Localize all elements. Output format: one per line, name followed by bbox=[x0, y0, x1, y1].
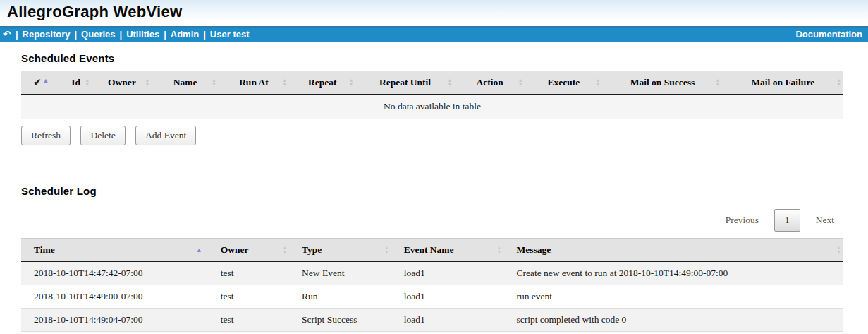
pagination-next[interactable]: Next bbox=[807, 210, 843, 231]
sort-both-icon: ▲▼ bbox=[836, 246, 841, 254]
log-header-row: Time ▲ Owner▲▼ Type▲▼ Event Name▲▼ Messa… bbox=[21, 239, 843, 262]
nav-item-utilities[interactable]: Utilities bbox=[126, 28, 159, 42]
events-col-mail-on-failure[interactable]: Mail on Failure▲▼ bbox=[723, 71, 843, 95]
scheduler-log-table: Time ▲ Owner▲▼ Type▲▼ Event Name▲▼ Messa… bbox=[21, 238, 843, 332]
nav-separator: | bbox=[16, 28, 18, 42]
nav-left: ↶ | Repository | Queries | Utilities | A… bbox=[3, 28, 250, 42]
sort-both-icon: ▲▼ bbox=[595, 78, 600, 87]
log-cell-time: 2018-10-10T14:49:00-07:00 bbox=[21, 285, 208, 309]
masthead: AllegroGraph WebView bbox=[0, 0, 868, 26]
sort-both-icon: ▲▼ bbox=[145, 78, 149, 87]
log-col-message[interactable]: Message▲▼ bbox=[503, 239, 843, 262]
sort-both-icon: ▲▼ bbox=[282, 78, 287, 87]
column-label: Event Name bbox=[404, 244, 454, 255]
sort-both-icon: ▲▼ bbox=[384, 246, 389, 254]
scheduled-events-heading: Scheduled Events bbox=[21, 52, 843, 64]
scheduled-events-table: ✔▲ Id▲▼ Owner▲▼ Name▲▼ Run At▲▼ Repeat▲▼… bbox=[21, 71, 843, 119]
log-cell-message: run event bbox=[503, 285, 843, 309]
column-label: Repeat Until bbox=[379, 77, 431, 88]
sort-both-icon: ▲▼ bbox=[836, 78, 841, 87]
column-label: Owner bbox=[221, 244, 249, 255]
pagination-current-page[interactable]: 1 bbox=[774, 209, 800, 232]
sort-both-icon: ▲▼ bbox=[282, 246, 287, 254]
app-title: AllegroGraph WebView bbox=[7, 3, 868, 21]
events-empty-message: No data available in table bbox=[21, 95, 843, 119]
column-label: Mail on Failure bbox=[751, 77, 814, 88]
column-label: Type bbox=[302, 244, 322, 255]
back-arrow-icon[interactable]: ↶ bbox=[3, 28, 11, 42]
sort-both-icon: ▲▼ bbox=[496, 246, 501, 254]
log-row: 2018-10-10T14:49:04-07:00 test Script Su… bbox=[21, 309, 843, 332]
column-label: Time bbox=[34, 244, 55, 255]
column-label: Execute bbox=[548, 77, 580, 88]
log-cell-event-name: load1 bbox=[391, 285, 504, 309]
events-col-owner[interactable]: Owner▲▼ bbox=[92, 71, 152, 95]
refresh-button[interactable]: Refresh bbox=[21, 126, 71, 145]
column-label: Owner bbox=[108, 77, 136, 88]
log-cell-time: 2018-10-10T14:47:42-07:00 bbox=[21, 262, 208, 285]
log-col-time[interactable]: Time ▲ bbox=[21, 239, 208, 262]
sort-both-icon: ▲▼ bbox=[212, 78, 216, 87]
events-col-select[interactable]: ✔▲ bbox=[21, 71, 60, 95]
log-row: 2018-10-10T14:49:00-07:00 test Run load1… bbox=[21, 285, 843, 309]
nav-separator: | bbox=[164, 28, 166, 42]
log-col-owner[interactable]: Owner▲▼ bbox=[208, 239, 289, 262]
events-col-id[interactable]: Id▲▼ bbox=[60, 71, 92, 95]
nav-item-repository[interactable]: Repository bbox=[23, 28, 71, 42]
nav-separator: | bbox=[203, 28, 206, 42]
column-label: Repeat bbox=[308, 77, 337, 88]
sort-both-icon: ▲▼ bbox=[447, 78, 452, 87]
column-label: Id bbox=[71, 77, 80, 88]
log-cell-type: Script Success bbox=[289, 309, 391, 332]
events-col-repeat[interactable]: Repeat▲▼ bbox=[289, 71, 355, 95]
nav-item-queries[interactable]: Queries bbox=[81, 28, 115, 42]
nav-right: Documentation bbox=[795, 28, 864, 42]
nav-separator: | bbox=[74, 28, 77, 42]
events-col-mail-on-success[interactable]: Mail on Success▲▼ bbox=[602, 71, 722, 95]
sort-asc-icon: ▲ bbox=[196, 246, 202, 254]
events-col-action[interactable]: Action▲▼ bbox=[454, 71, 525, 95]
nav-item-admin[interactable]: Admin bbox=[171, 28, 199, 42]
events-col-run-at[interactable]: Run At▲▼ bbox=[219, 71, 289, 95]
main-content: Scheduled Events ✔▲ Id▲▼ Owner▲▼ Name▲▼ … bbox=[0, 52, 868, 334]
log-cell-owner: test bbox=[208, 285, 289, 309]
nav-separator: | bbox=[120, 28, 123, 42]
log-col-event-name[interactable]: Event Name▲▼ bbox=[391, 239, 504, 262]
column-label: Run At bbox=[239, 77, 269, 88]
nav-item-user-test[interactable]: User test bbox=[210, 28, 250, 42]
sort-asc-icon: ▲ bbox=[42, 77, 49, 84]
events-col-name[interactable]: Name▲▼ bbox=[152, 71, 218, 95]
events-col-execute[interactable]: Execute▲▼ bbox=[525, 71, 603, 95]
events-header-row: ✔▲ Id▲▼ Owner▲▼ Name▲▼ Run At▲▼ Repeat▲▼… bbox=[21, 71, 843, 95]
log-cell-time: 2018-10-10T14:49:04-07:00 bbox=[21, 309, 208, 332]
log-cell-event-name: load1 bbox=[391, 262, 504, 285]
sort-both-icon: ▲▼ bbox=[349, 78, 354, 87]
sort-both-icon: ▲▼ bbox=[716, 78, 721, 87]
column-label: Message bbox=[516, 244, 551, 255]
scheduler-log-pagination: Previous 1 Next bbox=[21, 209, 843, 232]
log-cell-type: New Event bbox=[289, 262, 391, 285]
log-cell-owner: test bbox=[208, 309, 289, 332]
sort-both-icon: ▲▼ bbox=[518, 78, 523, 87]
sort-both-icon: ▲▼ bbox=[85, 78, 90, 87]
log-cell-type: Run bbox=[289, 285, 391, 309]
events-empty-row: No data available in table bbox=[21, 95, 843, 119]
log-col-type[interactable]: Type▲▼ bbox=[289, 239, 391, 262]
log-cell-message: script completed with code 0 bbox=[503, 309, 843, 332]
select-all-checkmark-icon: ✔ bbox=[33, 77, 41, 88]
log-row: 2018-10-10T14:47:42-07:00 test New Event… bbox=[21, 262, 843, 285]
events-button-row: Refresh Delete Add Event bbox=[21, 126, 843, 145]
navbar: ↶ | Repository | Queries | Utilities | A… bbox=[0, 26, 868, 42]
nav-item-documentation[interactable]: Documentation bbox=[795, 29, 862, 40]
log-cell-owner: test bbox=[208, 262, 289, 285]
events-col-repeat-until[interactable]: Repeat Until▲▼ bbox=[356, 71, 455, 95]
pagination-previous[interactable]: Previous bbox=[716, 210, 768, 231]
log-cell-message: Create new event to run at 2018-10-10T14… bbox=[503, 262, 843, 285]
log-cell-event-name: load1 bbox=[391, 309, 504, 332]
column-label: Action bbox=[476, 77, 503, 88]
column-label: Name bbox=[173, 77, 197, 88]
column-label: Mail on Success bbox=[630, 77, 695, 88]
scheduler-log-heading: Scheduler Log bbox=[21, 185, 843, 197]
delete-button[interactable]: Delete bbox=[80, 126, 125, 145]
add-event-button[interactable]: Add Event bbox=[135, 126, 196, 145]
